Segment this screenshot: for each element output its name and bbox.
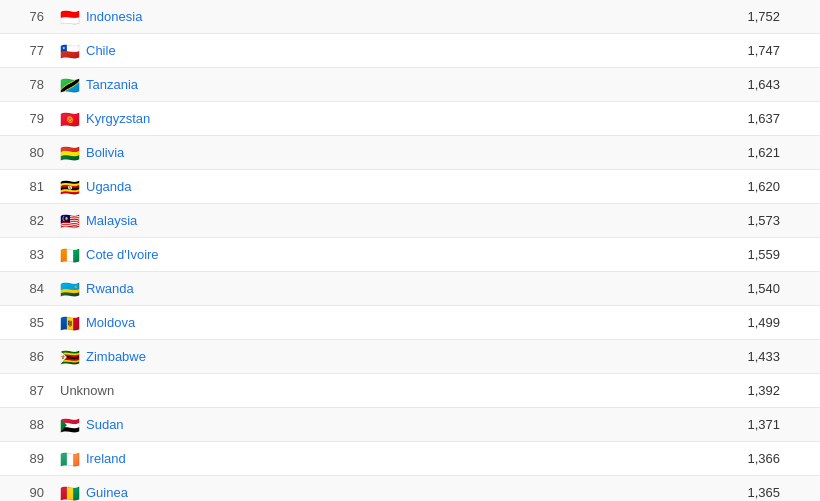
country-name: Unknown bbox=[60, 383, 114, 398]
table-row: 81🇺🇬Uganda1,620 bbox=[0, 170, 820, 204]
rank-cell: 86 bbox=[0, 349, 60, 364]
value-cell: 1,559 bbox=[620, 247, 820, 262]
value-cell: 1,621 bbox=[620, 145, 820, 160]
country-cell[interactable]: 🇮🇪Ireland bbox=[60, 451, 620, 466]
flag-icon: 🇨🇮 bbox=[60, 248, 80, 261]
country-cell: Unknown bbox=[60, 383, 620, 398]
rank-cell: 85 bbox=[0, 315, 60, 330]
flag-icon: 🇨🇱 bbox=[60, 44, 80, 57]
table-row: 87Unknown1,392 bbox=[0, 374, 820, 408]
flag-icon: 🇺🇬 bbox=[60, 180, 80, 193]
value-cell: 1,499 bbox=[620, 315, 820, 330]
country-name: Chile bbox=[86, 43, 116, 58]
country-cell[interactable]: 🇲🇩Moldova bbox=[60, 315, 620, 330]
flag-icon: 🇲🇩 bbox=[60, 316, 80, 329]
country-cell[interactable]: 🇨🇱Chile bbox=[60, 43, 620, 58]
value-cell: 1,573 bbox=[620, 213, 820, 228]
flag-icon: 🇰🇬 bbox=[60, 112, 80, 125]
table-row: 82🇲🇾Malaysia1,573 bbox=[0, 204, 820, 238]
country-cell[interactable]: 🇲🇾Malaysia bbox=[60, 213, 620, 228]
flag-icon: 🇲🇾 bbox=[60, 214, 80, 227]
rank-cell: 78 bbox=[0, 77, 60, 92]
value-cell: 1,392 bbox=[620, 383, 820, 398]
rank-cell: 87 bbox=[0, 383, 60, 398]
value-cell: 1,643 bbox=[620, 77, 820, 92]
country-name: Zimbabwe bbox=[86, 349, 146, 364]
table-row: 85🇲🇩Moldova1,499 bbox=[0, 306, 820, 340]
rank-cell: 76 bbox=[0, 9, 60, 24]
table-row: 88🇸🇩Sudan1,371 bbox=[0, 408, 820, 442]
country-name: Moldova bbox=[86, 315, 135, 330]
country-cell[interactable]: 🇧🇴Bolivia bbox=[60, 145, 620, 160]
country-name: Rwanda bbox=[86, 281, 134, 296]
rank-cell: 77 bbox=[0, 43, 60, 58]
rank-cell: 80 bbox=[0, 145, 60, 160]
value-cell: 1,620 bbox=[620, 179, 820, 194]
rank-cell: 89 bbox=[0, 451, 60, 466]
country-name: Malaysia bbox=[86, 213, 137, 228]
flag-icon: 🇷🇼 bbox=[60, 282, 80, 295]
table-row: 89🇮🇪Ireland1,366 bbox=[0, 442, 820, 476]
country-name: Kyrgyzstan bbox=[86, 111, 150, 126]
rank-cell: 79 bbox=[0, 111, 60, 126]
value-cell: 1,433 bbox=[620, 349, 820, 364]
rank-cell: 90 bbox=[0, 485, 60, 500]
value-cell: 1,540 bbox=[620, 281, 820, 296]
rank-cell: 81 bbox=[0, 179, 60, 194]
country-cell[interactable]: 🇺🇬Uganda bbox=[60, 179, 620, 194]
rankings-table: 76🇮🇩Indonesia1,75277🇨🇱Chile1,74778🇹🇿Tanz… bbox=[0, 0, 820, 501]
table-row: 76🇮🇩Indonesia1,752 bbox=[0, 0, 820, 34]
country-name: Cote d'Ivoire bbox=[86, 247, 159, 262]
country-cell[interactable]: 🇰🇬Kyrgyzstan bbox=[60, 111, 620, 126]
rank-cell: 82 bbox=[0, 213, 60, 228]
country-cell[interactable]: 🇮🇩Indonesia bbox=[60, 9, 620, 24]
table-row: 80🇧🇴Bolivia1,621 bbox=[0, 136, 820, 170]
flag-icon: 🇿🇼 bbox=[60, 350, 80, 363]
country-name: Tanzania bbox=[86, 77, 138, 92]
table-row: 77🇨🇱Chile1,747 bbox=[0, 34, 820, 68]
country-name: Guinea bbox=[86, 485, 128, 500]
value-cell: 1,752 bbox=[620, 9, 820, 24]
country-name: Ireland bbox=[86, 451, 126, 466]
value-cell: 1,365 bbox=[620, 485, 820, 500]
table-row: 90🇬🇳Guinea1,365 bbox=[0, 476, 820, 501]
table-row: 84🇷🇼Rwanda1,540 bbox=[0, 272, 820, 306]
table-row: 78🇹🇿Tanzania1,643 bbox=[0, 68, 820, 102]
value-cell: 1,747 bbox=[620, 43, 820, 58]
flag-icon: 🇹🇿 bbox=[60, 78, 80, 91]
flag-icon: 🇸🇩 bbox=[60, 418, 80, 431]
table-row: 83🇨🇮Cote d'Ivoire1,559 bbox=[0, 238, 820, 272]
country-cell[interactable]: 🇿🇼Zimbabwe bbox=[60, 349, 620, 364]
value-cell: 1,637 bbox=[620, 111, 820, 126]
flag-icon: 🇬🇳 bbox=[60, 486, 80, 499]
flag-icon: 🇮🇪 bbox=[60, 452, 80, 465]
flag-icon: 🇧🇴 bbox=[60, 146, 80, 159]
table-row: 79🇰🇬Kyrgyzstan1,637 bbox=[0, 102, 820, 136]
country-cell[interactable]: 🇹🇿Tanzania bbox=[60, 77, 620, 92]
country-name: Uganda bbox=[86, 179, 132, 194]
country-cell[interactable]: 🇬🇳Guinea bbox=[60, 485, 620, 500]
country-cell[interactable]: 🇨🇮Cote d'Ivoire bbox=[60, 247, 620, 262]
country-name: Sudan bbox=[86, 417, 124, 432]
country-cell[interactable]: 🇸🇩Sudan bbox=[60, 417, 620, 432]
rank-cell: 88 bbox=[0, 417, 60, 432]
rank-cell: 84 bbox=[0, 281, 60, 296]
value-cell: 1,366 bbox=[620, 451, 820, 466]
flag-icon: 🇮🇩 bbox=[60, 10, 80, 23]
rank-cell: 83 bbox=[0, 247, 60, 262]
table-row: 86🇿🇼Zimbabwe1,433 bbox=[0, 340, 820, 374]
country-cell[interactable]: 🇷🇼Rwanda bbox=[60, 281, 620, 296]
country-name: Bolivia bbox=[86, 145, 124, 160]
value-cell: 1,371 bbox=[620, 417, 820, 432]
country-name: Indonesia bbox=[86, 9, 142, 24]
